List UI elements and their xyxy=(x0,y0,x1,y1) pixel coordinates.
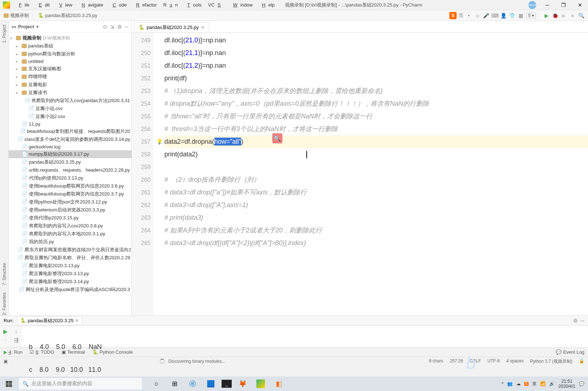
cortana-icon[interactable]: ○ xyxy=(149,377,164,391)
stop-button[interactable]: ■ xyxy=(569,12,576,19)
tray-volume-icon[interactable]: 🔊 xyxy=(549,381,555,386)
code-area[interactable]: df.iloc[(21,0)]=np.nandf.iloc[(21,1)]=np… xyxy=(154,33,588,315)
run-button[interactable]: ▶ xyxy=(543,12,550,19)
menu-vcs[interactable]: VCS xyxy=(205,1,227,8)
breadcrumb-file[interactable]: 🐍 pandas基础2020.3.25.py xyxy=(38,12,97,19)
tree-file[interactable]: 📄 爬豆瓣电影整理2020.3.14.py xyxy=(9,278,131,286)
menu-tools[interactable]: Tools xyxy=(181,1,205,8)
tree-file[interactable]: 📄 爬豆瓣电影2020.3.13.py xyxy=(9,262,131,270)
tray-wifi-icon[interactable]: 📶 xyxy=(540,381,546,386)
tool-todo[interactable]: ☑6: TODO xyxy=(30,349,54,355)
tray-sogou-icon[interactable]: S xyxy=(524,382,529,386)
run-tab[interactable]: 🐍 pandas基础2020.3.25 ✕ xyxy=(17,316,82,325)
menu-code[interactable]: Code xyxy=(107,1,130,8)
locate-icon[interactable]: ⊙ xyxy=(103,24,107,30)
smiley-icon[interactable]: ☺ xyxy=(474,12,481,19)
tab-project[interactable]: 1: Project xyxy=(2,25,7,43)
tree-file[interactable]: 📄 urllib.requests、requests、headers2020.2… xyxy=(9,166,131,174)
tree-file[interactable]: 📄 将爬取到的内容写入csv(pandas方法)2020.3.31 xyxy=(9,97,131,105)
menu-help[interactable]: Help xyxy=(256,1,278,8)
status-indent[interactable]: 4 spaces xyxy=(506,358,524,365)
search-icon-popup[interactable]: 🔍 xyxy=(272,133,282,143)
tool-event-log[interactable]: 💬Event Log xyxy=(556,349,584,355)
tree-file[interactable]: 📄 爬豆瓣电影整理2020.3.13.py xyxy=(9,270,131,278)
tree-folder[interactable]: ▸ 京东汉服缩略图 xyxy=(9,65,131,73)
task-view-icon[interactable]: ⊞ xyxy=(167,377,182,391)
mic-icon[interactable]: 🎤 xyxy=(483,12,490,19)
menu-run[interactable]: Run xyxy=(160,1,181,8)
tray-ime-lang[interactable]: 英 xyxy=(532,381,537,387)
tree-file[interactable]: 📄 我的简历.py xyxy=(9,238,131,246)
breadcrumb-root[interactable]: 视频录制 xyxy=(4,12,29,19)
minimize-button[interactable]: ─ xyxy=(539,0,555,10)
up-button[interactable]: ↑ xyxy=(4,337,7,344)
tree-file[interactable]: 📄 11.py xyxy=(9,121,131,127)
tree-file[interactable]: 📄 爬取豆瓣热门电影名称、评分、评价人数2020.2.29 xyxy=(9,254,131,262)
ime-lang[interactable]: 英 xyxy=(459,12,463,19)
start-button[interactable] xyxy=(0,377,17,391)
tree-file[interactable]: 📄 代理ip的使用2020.3.13.py xyxy=(9,174,131,182)
filter-button[interactable]: ⇶ xyxy=(14,337,18,344)
keyboard-icon[interactable]: ⌨ xyxy=(492,12,498,19)
tray-clock[interactable]: 21:51 2020/4/1 xyxy=(558,379,575,389)
ime-icon-1[interactable]: • xyxy=(466,12,472,19)
app-icon-1[interactable]: 🟦 xyxy=(203,377,218,391)
tree-folder[interactable]: ▸ untitled xyxy=(9,58,131,65)
status-encoding[interactable]: UTF-8 xyxy=(487,358,500,365)
tree-file[interactable]: 📄 爬东方财富网某些股票的连续20个交易日资金流向2 xyxy=(9,246,131,254)
close-icon[interactable]: ✕ xyxy=(75,318,79,323)
tree-file[interactable]: 📄 pandas基础2020.3.25.py xyxy=(9,158,131,166)
pycharm-icon[interactable] xyxy=(253,377,268,391)
close-icon[interactable]: ✕ xyxy=(201,25,205,30)
tree-folder[interactable]: ▸ python爬虫与数据分析 xyxy=(9,50,131,58)
tree-file[interactable]: 📄 class里多个def之间返回的参数的调用2020.3.14.py xyxy=(9,135,131,143)
tool-terminal[interactable]: ▣Terminal xyxy=(62,349,85,355)
tree-file[interactable]: 📄 geckodriver.log xyxy=(9,143,131,150)
tree-file[interactable]: 📄 numpy基础知识2020.3.17.py xyxy=(9,150,131,158)
run-output[interactable]: b 4.0 5.0 6.0 NaN c 8.0 9.0 10.0 11.0 xyxy=(22,326,588,347)
tree-folder[interactable]: ▸ pandas基础 xyxy=(9,42,131,50)
tree-file[interactable]: 📄 豆瓣小说2.csv xyxy=(9,113,131,121)
windows-search[interactable]: 🔍 在这里输入你要搜索的内容 xyxy=(19,378,142,390)
menu-window[interactable]: Window xyxy=(227,1,256,8)
sogou-ime-icon[interactable]: S xyxy=(449,12,457,19)
tree-file[interactable]: 📄 使用selenium启动浏览器2020.3.3.py xyxy=(9,206,131,214)
tray-notifications-icon[interactable]: 💬 xyxy=(579,381,584,386)
tray-onedrive-icon[interactable]: ☁ xyxy=(516,381,521,386)
debug-button[interactable]: 🐞 xyxy=(552,12,558,19)
person-icon[interactable]: 👤 xyxy=(500,12,507,19)
editor-body[interactable]: 2492502512522532542552562572582592602612… xyxy=(132,33,588,315)
coverage-button[interactable]: ▶ xyxy=(560,12,567,19)
gear-icon[interactable]: ⚙ xyxy=(573,318,578,324)
tree-file[interactable]: 📄 使用beautifulsoup爬取网页内信息2020.3.6.py xyxy=(9,182,131,190)
tool-console[interactable]: 🐍Python Console xyxy=(92,349,133,355)
down-button[interactable]: ↓ xyxy=(15,328,18,335)
chevron-down-icon[interactable]: ▾ xyxy=(36,24,39,29)
gear-icon[interactable]: ⚙ xyxy=(117,24,122,30)
tree-file[interactable]: 📄 使用代理ip2020.3.15.py xyxy=(9,214,131,222)
tab-favorites[interactable]: 2: Favorites xyxy=(2,293,7,315)
project-tree[interactable]: ▾ 视频录制 D:\lx\视频录制▸ pandas基础▸ python爬虫与数据… xyxy=(9,33,131,315)
menu-refactor[interactable]: Refactor xyxy=(130,1,160,8)
lock-icon[interactable]: 🔒 xyxy=(579,358,584,365)
tree-file[interactable]: 📄 将爬取到的内容写入本地2020.3.1.py xyxy=(9,230,131,238)
tree-file[interactable]: 📄 使用beautifulsoup爬取网页内信息2020.3.7.py xyxy=(9,190,131,198)
tree-file[interactable]: 📄 beautifulsoup拿到图片链接、requests爬取图片20 xyxy=(9,127,131,135)
menu-view[interactable]: View xyxy=(53,1,75,8)
tree-folder[interactable]: ▸ 豆瓣电影 xyxy=(9,81,131,89)
tree-folder-open[interactable]: ▾ 豆瓣读书 xyxy=(9,89,131,97)
menu-file[interactable]: File xyxy=(13,1,32,8)
tree-file[interactable]: 📄 将爬取到的内容写入csv2020.3.8.py xyxy=(9,222,131,230)
app-icon-2[interactable]: ◧ xyxy=(272,377,286,391)
maximize-button[interactable]: ❐ xyxy=(555,0,572,10)
tree-file[interactable]: 📄 网址分析及使用quote将汉字编码成ASCII码2020.3 xyxy=(9,286,131,294)
config-combo[interactable]: 5 ▾ xyxy=(526,13,536,18)
tree-root[interactable]: ▾ 视频录制 D:\lx\视频录制 xyxy=(9,34,131,42)
edge-icon[interactable]: ⓔ xyxy=(185,377,200,391)
tray-people-icon[interactable]: 👥 xyxy=(507,381,513,386)
rerun-button[interactable]: ▶ xyxy=(3,328,8,335)
status-position[interactable]: 257:26 xyxy=(450,358,463,365)
menu-navigate[interactable]: Navigate xyxy=(76,1,106,8)
grid-icon[interactable]: ▦ xyxy=(518,12,524,19)
tree-folder[interactable]: ▸ 哔哩哔哩 xyxy=(9,73,131,81)
